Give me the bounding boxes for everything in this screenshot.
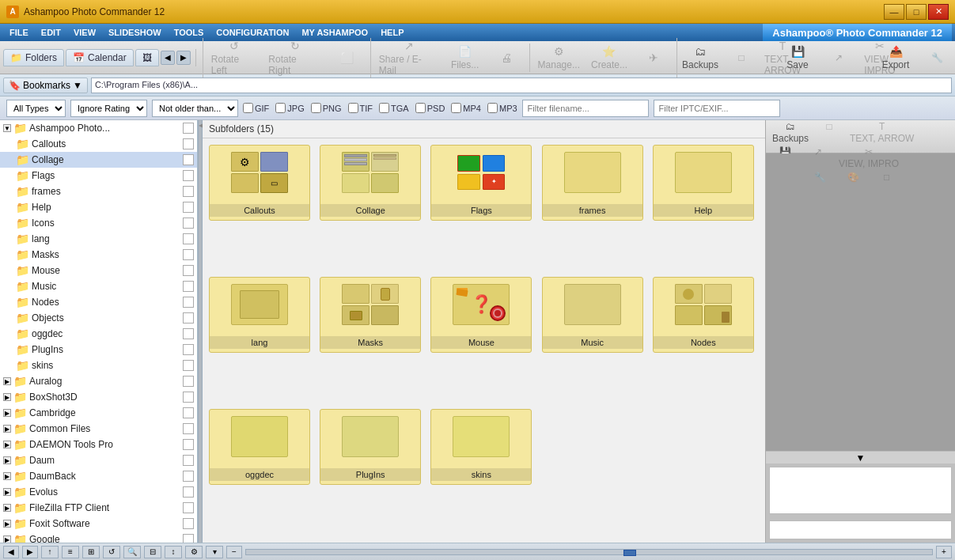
folder-tile-lang[interactable]: lang bbox=[209, 277, 310, 353]
auralog-check[interactable] bbox=[183, 376, 194, 387]
psd-checkbox[interactable] bbox=[415, 103, 426, 113]
sidebar-item-masks[interactable]: 📁 Masks bbox=[0, 247, 197, 263]
boxshot-expand[interactable]: ▶ bbox=[3, 393, 11, 401]
sidebar-root[interactable]: ▼ 📁 Ashampoo Photo... bbox=[0, 120, 197, 136]
rt-btn2[interactable]: □ bbox=[813, 120, 845, 145]
folders-tab[interactable]: 📁 Folders bbox=[3, 49, 64, 66]
daemon-check[interactable] bbox=[183, 439, 194, 450]
rt-text-button[interactable]: T TEXT, ARROW bbox=[847, 120, 917, 145]
menu-file[interactable]: FILE bbox=[3, 26, 35, 39]
folder-tile-skins[interactable]: skins bbox=[430, 409, 532, 485]
folder-tile-callouts[interactable]: ⚙ ▭ Callouts bbox=[209, 145, 310, 221]
files-button[interactable]: 📄 Files... bbox=[445, 38, 485, 78]
filezilla-check[interactable] bbox=[183, 502, 194, 513]
sidebar-item-evolus[interactable]: ▶ 📁 Evolus bbox=[0, 484, 197, 500]
calendar-tab[interactable]: 📅 Calendar bbox=[66, 49, 134, 66]
menu-view[interactable]: VIEW bbox=[67, 26, 102, 39]
icons-check[interactable] bbox=[183, 218, 194, 229]
sidebar-item-oggdec[interactable]: 📁 oggdec bbox=[0, 326, 197, 342]
rt-btn4[interactable]: ↗ bbox=[802, 146, 834, 170]
mouse-check[interactable] bbox=[183, 265, 194, 276]
sidebar-item-lang[interactable]: 📁 lang bbox=[0, 231, 197, 247]
folder-tile-plugins[interactable]: PlugIns bbox=[320, 409, 421, 485]
oggdec-check[interactable] bbox=[183, 328, 194, 339]
sidebar-item-filezilla[interactable]: ▶ 📁 FileZilla FTP Client bbox=[0, 500, 197, 516]
status-zoom-minus[interactable]: − bbox=[226, 546, 242, 558]
filezilla-expand[interactable]: ▶ bbox=[3, 504, 11, 512]
sidebar-item-nodes[interactable]: 📁 Nodes bbox=[0, 294, 197, 310]
folder-tile-help[interactable]: Help bbox=[653, 145, 754, 221]
share-button[interactable]: ↗ Share / E-Mail bbox=[374, 38, 444, 78]
sidebar-item-google[interactable]: ▶ 📁 Google bbox=[0, 532, 197, 543]
auralog-expand[interactable]: ▶ bbox=[3, 377, 11, 385]
tif-checkbox-label[interactable]: TIF bbox=[348, 103, 373, 113]
tb-s2[interactable]: ↗ bbox=[819, 38, 858, 78]
daumback-check[interactable] bbox=[183, 471, 194, 482]
jpg-checkbox[interactable] bbox=[275, 103, 286, 113]
backups-button[interactable]: 🗂 Backups bbox=[680, 38, 720, 78]
sidebar-item-plugins[interactable]: 📁 PlugIns bbox=[0, 342, 197, 358]
cambridge-check[interactable] bbox=[183, 407, 194, 418]
psd-checkbox-label[interactable]: PSD bbox=[415, 103, 445, 113]
preview-collapse-button[interactable]: ▼ bbox=[766, 451, 955, 464]
sidebar-item-skins[interactable]: 📁 skins bbox=[0, 358, 197, 373]
cambridge-expand[interactable]: ▶ bbox=[3, 409, 11, 417]
close-button[interactable]: ✕ bbox=[928, 4, 949, 20]
nodes-check[interactable] bbox=[183, 297, 194, 308]
crop-button[interactable]: ⬜ bbox=[328, 38, 367, 78]
manage-button[interactable]: ⚙ Manage... bbox=[533, 44, 585, 72]
foxit-expand[interactable]: ▶ bbox=[3, 520, 11, 528]
maximize-button[interactable]: □ bbox=[906, 4, 927, 20]
view-improve-button[interactable]: ✂ VIEW, IMPRO bbox=[860, 38, 900, 78]
objects-check[interactable] bbox=[183, 312, 194, 324]
root-expand[interactable]: ▼ bbox=[3, 124, 11, 132]
png-checkbox[interactable] bbox=[311, 103, 321, 113]
folder-tile-mouse[interactable]: ❓ Mouse bbox=[430, 277, 532, 353]
sidebar-item-mouse[interactable]: 📁 Mouse bbox=[0, 263, 197, 278]
rt-btn7[interactable]: 🎨 bbox=[838, 171, 870, 195]
status-layout-button[interactable]: ⊟ bbox=[144, 546, 161, 558]
frames-check[interactable] bbox=[183, 186, 194, 197]
google-check[interactable] bbox=[183, 534, 194, 543]
mp4-checkbox-label[interactable]: MP4 bbox=[451, 103, 481, 113]
rating-filter[interactable]: Ignore Rating bbox=[70, 100, 147, 117]
collage-check[interactable] bbox=[183, 154, 194, 165]
folder-tile-flags[interactable]: ✦ Flags bbox=[430, 145, 532, 221]
type-filter[interactable]: All Types bbox=[6, 100, 66, 117]
daemon-expand[interactable]: ▶ bbox=[3, 441, 11, 448]
status-zoom-plus[interactable]: + bbox=[936, 546, 952, 558]
common-check[interactable] bbox=[183, 423, 194, 434]
google-expand[interactable]: ▶ bbox=[3, 535, 11, 543]
status-search-button[interactable]: 🔍 bbox=[123, 546, 141, 558]
sidebar-item-collage[interactable]: 📁 Collage bbox=[0, 152, 197, 168]
status-sort-button[interactable]: ↕ bbox=[165, 546, 182, 558]
tga-checkbox[interactable] bbox=[379, 103, 389, 113]
sidebar-item-cambridge[interactable]: ▶ 📁 Cambridge bbox=[0, 405, 197, 421]
skins-check[interactable] bbox=[183, 360, 194, 371]
sidebar-item-callouts[interactable]: 📁 Callouts bbox=[0, 136, 197, 152]
nav-prev[interactable]: ◀ bbox=[161, 51, 175, 65]
gif-checkbox[interactable] bbox=[243, 103, 253, 113]
daumback-expand[interactable]: ▶ bbox=[3, 472, 11, 480]
mp4-checkbox[interactable] bbox=[451, 103, 461, 113]
status-view-button[interactable]: ≡ bbox=[62, 546, 79, 558]
publish-button[interactable]: ✈ bbox=[634, 44, 673, 72]
status-back-button[interactable]: ◀ bbox=[3, 546, 19, 558]
zoom-slider[interactable] bbox=[245, 549, 933, 555]
status-grid-button[interactable]: ⊞ bbox=[82, 546, 100, 558]
sidebar-item-daum[interactable]: ▶ 📁 Daum bbox=[0, 452, 197, 468]
plugins-check[interactable] bbox=[183, 344, 194, 355]
sidebar-item-foxit[interactable]: ▶ 📁 Foxit Software bbox=[0, 516, 197, 532]
sidebar-item-frames[interactable]: 📁 frames bbox=[0, 184, 197, 199]
status-up-button[interactable]: ↑ bbox=[41, 546, 59, 558]
png-checkbox-label[interactable]: PNG bbox=[311, 103, 342, 113]
folder-tile-music[interactable]: Music bbox=[542, 277, 643, 353]
status-settings-button[interactable]: ⚙ bbox=[185, 546, 203, 558]
music-check[interactable] bbox=[183, 281, 194, 292]
minimize-button[interactable]: — bbox=[884, 4, 904, 20]
evolus-check[interactable] bbox=[183, 486, 194, 498]
sidebar-item-flags[interactable]: 📁 Flags bbox=[0, 168, 197, 184]
sidebar-item-boxshot3d[interactable]: ▶ 📁 BoxShot3D bbox=[0, 389, 197, 405]
menu-edit[interactable]: EDIT bbox=[35, 26, 67, 39]
sidebar-item-auralog[interactable]: ▶ 📁 Auralog bbox=[0, 373, 197, 389]
